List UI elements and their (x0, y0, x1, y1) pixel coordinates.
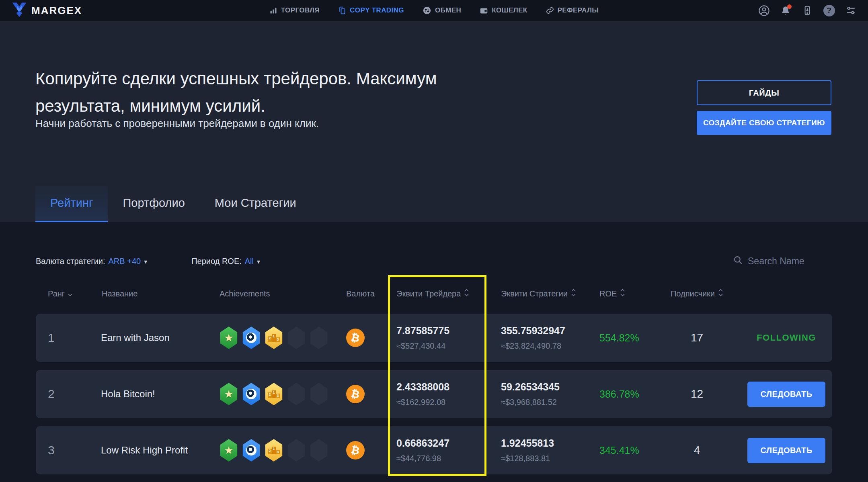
nav-item-exchange[interactable]: ОБМЕН (423, 6, 461, 15)
exchange-icon (423, 6, 431, 15)
trader-equity-value: 0.66863247 (396, 437, 489, 449)
header-subscribers[interactable]: Подписчики (654, 288, 740, 299)
roe-period-value: All (245, 257, 254, 266)
hero-buttons: ГАЙДЫ СОЗДАЙТЕ СВОЮ СТРАТЕГИЮ (697, 80, 831, 135)
page-subtitle: Начни работать с проверенными трейдерами… (35, 117, 319, 130)
strategy-equity-usd: ≈$128,883.81 (501, 454, 587, 463)
nav-right-icons: ? (758, 4, 857, 16)
subscribers-count: 12 (654, 388, 740, 400)
header-achievements: Achievements (207, 289, 334, 298)
header-currency: Валюта (334, 289, 384, 298)
margex-logo-icon (11, 2, 27, 19)
podium-badge-icon: 213 (265, 327, 283, 349)
strategy-currency-value: ARB +40 (109, 257, 141, 266)
trader-equity-cell: 2.43388008 ≈$162,992.08 (384, 381, 489, 407)
caret-down-icon (68, 289, 72, 298)
search-input[interactable] (748, 256, 832, 267)
nav-item-wallet[interactable]: КОШЕЛЕК (480, 6, 527, 15)
eye-badge-icon (242, 439, 261, 462)
star-badge-icon: ★ (220, 327, 238, 349)
podium-badge-icon: 213 (265, 439, 283, 462)
header-rank[interactable]: Ранг (36, 289, 90, 298)
action-cell: СЛЕДОВАТЬ (740, 382, 833, 407)
eye-badge-icon (242, 383, 261, 405)
header-roe[interactable]: ROE (587, 288, 654, 299)
guides-button[interactable]: ГАЙДЫ (697, 80, 831, 105)
nav-item-copy-trading[interactable]: COPY TRADING (338, 6, 404, 15)
strategy-name[interactable]: Earn with Jason (90, 332, 207, 343)
nav-item-trade[interactable]: ТОРГОВЛЯ (269, 6, 320, 15)
table-row[interactable]: 2 Hola Bitcoin! ★ 213 ₿ 2.43388008 ≈$162… (36, 370, 832, 418)
empty-badge-icon (310, 327, 328, 349)
create-strategy-button[interactable]: СОЗДАЙТЕ СВОЮ СТРАТЕГИЮ (697, 111, 831, 135)
strategy-equity-cell: 59.26534345 ≈$3,968,881.52 (489, 381, 587, 407)
strategy-currency-filter[interactable]: Валюта стратегии: ARB +40 ▾ (36, 257, 147, 266)
roe-value: 554.82% (587, 332, 654, 344)
empty-badge-icon (310, 439, 328, 462)
table-header-row: Ранг Название Achievements Валюта Эквити… (36, 282, 832, 306)
sort-icon (620, 288, 625, 299)
page-title: Копируйте сделки успешных трейдеров. Мак… (35, 65, 437, 120)
follow-button[interactable]: СЛЕДОВАТЬ (747, 382, 825, 407)
search-box (733, 255, 832, 267)
strategy-equity-value: 59.26534345 (501, 381, 587, 393)
bitcoin-icon: ₿ (346, 441, 365, 460)
strategy-name[interactable]: Low Risk High Profit (90, 445, 207, 456)
trader-equity-usd: ≈$527,430.44 (396, 341, 489, 351)
rank-value: 1 (36, 331, 90, 345)
header-trader-equity[interactable]: Эквити Трейдера (384, 288, 489, 299)
achievements-badges: ★ 213 (207, 439, 334, 462)
page-title-line1: Копируйте сделки успешных трейдеров. Мак… (35, 65, 437, 92)
strategy-name[interactable]: Hola Bitcoin! (90, 388, 207, 400)
following-status[interactable]: FOLLOWING (757, 333, 816, 343)
tab-bar: Рейтинг Портфолио Мои Стратегии (35, 186, 311, 222)
nav-item-referrals[interactable]: РЕФЕРАЛЫ (546, 6, 599, 15)
trader-equity-value: 7.87585775 (396, 325, 489, 337)
strategy-equity-value: 355.75932947 (501, 325, 587, 337)
help-icon[interactable]: ? (823, 4, 835, 16)
nav-item-label: COPY TRADING (350, 6, 404, 14)
hero-section: Копируйте сделки успешных трейдеров. Мак… (0, 21, 868, 222)
trader-equity-usd: ≈$162,992.08 (396, 398, 489, 407)
sort-icon (571, 288, 576, 299)
tab-rating[interactable]: Рейтинг (35, 186, 108, 222)
bitcoin-icon: ₿ (346, 385, 365, 403)
copy-icon (338, 6, 346, 14)
follow-button[interactable]: СЛЕДОВАТЬ (747, 438, 825, 463)
margex-logo[interactable]: MARGEX (11, 2, 82, 19)
chevron-down-icon: ▾ (144, 257, 147, 266)
strategy-equity-usd: ≈$23,824,490.78 (501, 341, 587, 351)
table-row[interactable]: 3 Low Risk High Profit ★ 213 ₿ 0.6686324… (36, 426, 832, 474)
main-menu: ТОРГОВЛЯ COPY TRADING ОБМЕН КОШЕЛЕК (0, 6, 868, 15)
empty-badge-icon (287, 327, 306, 349)
eye-badge-icon (242, 327, 261, 349)
empty-badge-icon (287, 439, 306, 462)
rating-section: Валюта стратегии: ARB +40 ▾ Период ROE: … (0, 222, 868, 482)
nav-item-label: ОБМЕН (435, 6, 461, 14)
sort-icon (718, 288, 723, 299)
roe-period-label: Период ROE: (191, 257, 242, 266)
mobile-app-icon[interactable] (801, 4, 813, 16)
account-icon[interactable] (758, 4, 770, 16)
header-strategy-equity[interactable]: Эквити Стратегии (489, 288, 587, 299)
currency-cell: ₿ (334, 329, 384, 347)
link-icon (546, 6, 554, 14)
sort-icon (464, 288, 469, 299)
podium-badge-icon: 213 (265, 383, 283, 405)
trader-equity-cell: 0.66863247 ≈$44,776.98 (384, 437, 489, 463)
trader-equity-usd: ≈$44,776.98 (396, 454, 489, 463)
wallet-icon (480, 6, 488, 15)
nav-item-label: КОШЕЛЕК (492, 6, 527, 14)
strategy-currency-label: Валюта стратегии: (36, 257, 105, 266)
roe-period-filter[interactable]: Период ROE: All ▾ (191, 257, 260, 266)
table-row[interactable]: 1 Earn with Jason ★ 213 ₿ 7.87585775 ≈$5… (36, 314, 832, 362)
notifications-bell-icon[interactable] (780, 4, 792, 16)
chevron-down-icon: ▾ (257, 257, 260, 266)
bar-chart-icon (269, 6, 277, 14)
tab-my-strategies[interactable]: Мои Стратегии (200, 186, 311, 222)
subscribers-count: 4 (654, 444, 740, 457)
header-name: Название (90, 289, 207, 298)
nav-item-label: РЕФЕРАЛЫ (558, 6, 599, 14)
tab-portfolio[interactable]: Портфолио (108, 186, 199, 222)
preferences-icon[interactable] (845, 4, 857, 16)
